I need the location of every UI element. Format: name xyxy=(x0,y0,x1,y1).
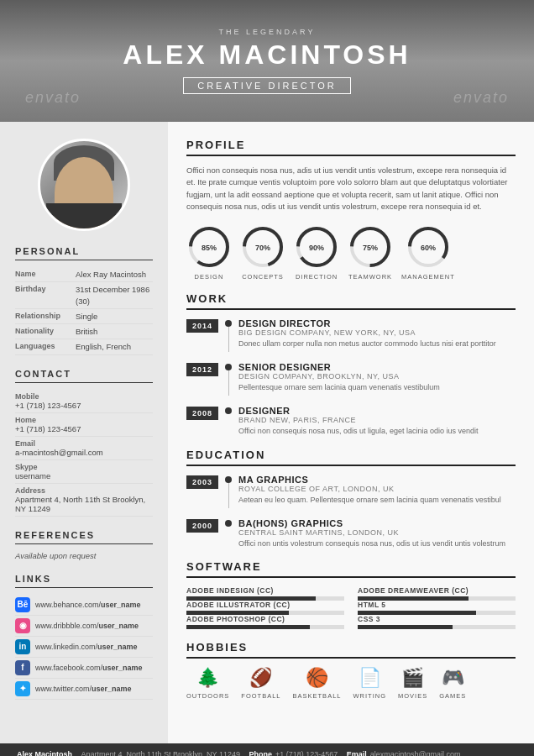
timeline-line xyxy=(228,483,229,508)
skill-label: DESIGN xyxy=(195,273,224,281)
hobby-icon: 📄 xyxy=(359,667,381,689)
timeline-dot xyxy=(225,364,232,370)
timeline-company: BIG DESIGN COMPANY, NEW YORK, NY, USA xyxy=(238,328,496,337)
link-item-dribbble[interactable]: ◉www.dribbble.com/user_name xyxy=(15,616,153,637)
timeline-entry: 2008 DESIGNER BRAND NEW, PARIS, FRANCE O… xyxy=(186,406,516,437)
work-title: WORK xyxy=(186,292,516,310)
hobby-label: OUTDOORS xyxy=(186,692,229,700)
skill-circle-svg: 60% xyxy=(406,224,451,270)
timeline-line xyxy=(228,327,229,352)
left-column: PERSONAL NameAlex Ray MacintoshBirthday3… xyxy=(0,122,168,743)
contact-label: Email xyxy=(15,439,153,448)
hobby-label: WRITING xyxy=(353,692,386,700)
timeline-content: SENIOR DESIGNER DESIGN COMPANY, BROOKLYN… xyxy=(238,362,440,393)
footer-email: alexmacintosh@gmail.com xyxy=(370,750,461,756)
timeline-desc: Offici non untis volestrum consequis nos… xyxy=(238,538,505,549)
link-text: www.facebook.com/user_name xyxy=(35,664,143,672)
link-item-facebook[interactable]: fwww.facebook.com/user_name xyxy=(15,658,153,679)
timeline-desc: Pellentesque ornare sem lacinia quam ven… xyxy=(238,382,440,393)
profile-title: PROFILE xyxy=(186,139,516,156)
svg-text:90%: 90% xyxy=(309,244,324,252)
skill-circle-svg: 70% xyxy=(240,224,285,270)
hobby-label: MOVIES xyxy=(398,692,427,700)
contact-label: Skype xyxy=(15,463,153,471)
personal-row: Birthday31st December 1986 (30) xyxy=(15,282,153,309)
skill-teamwork: 75% TEAMWORK xyxy=(348,224,393,281)
hobby-football: 🏈 FOOTBALL xyxy=(241,667,280,700)
personal-label: Relationship xyxy=(15,308,76,323)
links-section-title: LINKS xyxy=(15,574,153,588)
hobbies-title: HOBBIES xyxy=(186,641,516,659)
timeline-dot-line xyxy=(225,406,232,414)
profile-text: Offici non consequis nosa nus, adis ut i… xyxy=(186,165,516,213)
skill-circle-svg: 75% xyxy=(348,224,393,270)
personal-table: NameAlex Ray MacintoshBirthday31st Decem… xyxy=(15,267,153,355)
skill-label: MANAGEMENT xyxy=(401,273,455,281)
timeline-dot xyxy=(225,520,232,527)
link-item-linkedin[interactable]: inwww.linkedin.com/user_name xyxy=(15,637,153,658)
facebook-icon: f xyxy=(15,660,30,675)
software-bar-fill xyxy=(358,625,453,629)
timeline-company: BRAND NEW, PARIS, FRANCE xyxy=(238,416,479,424)
timeline-desc: Offici non consequis nosa nus, odis ut l… xyxy=(238,426,479,437)
link-text: www.dribbble.com/user_name xyxy=(35,622,139,630)
watermark-right: envato xyxy=(453,89,509,107)
timeline-job-title: DESIGNER xyxy=(238,406,479,416)
contact-value: Apartment 4, North 11th St Brooklyn, NY … xyxy=(15,495,153,513)
personal-label: Nationality xyxy=(15,324,76,339)
skill-label: TEAMWORK xyxy=(348,273,392,281)
skill-circle-svg: 85% xyxy=(186,224,232,270)
personal-value: British xyxy=(76,324,153,339)
timeline-dot-line xyxy=(225,362,232,396)
link-item-twitter[interactable]: ✦www.twitter.com/user_name xyxy=(15,679,153,700)
link-item-behance[interactable]: Bēwww.behance.com/user_name xyxy=(15,595,153,616)
timeline-dot-line xyxy=(225,475,232,508)
hobby-icon: 🎬 xyxy=(401,667,424,689)
contact-list: Mobile+1 (718) 123-4567Home+1 (718) 123-… xyxy=(15,390,153,517)
skills-row: 85% DESIGN 70% CONCEPTS 90% DIRECTION 75… xyxy=(186,224,516,281)
watermark-left: envato xyxy=(25,89,81,107)
contact-value: +1 (718) 123-4567 xyxy=(15,401,153,410)
year-box: 2008 xyxy=(186,407,218,420)
personal-label: Name xyxy=(15,267,76,282)
contact-value: username xyxy=(15,471,153,480)
hobby-outdoors: 🌲 OUTDOORS xyxy=(186,667,229,700)
skill-direction: 90% DIRECTION xyxy=(294,224,339,281)
software-title: SOFTWARE xyxy=(186,560,516,578)
software-bar-bg xyxy=(186,625,344,629)
timeline-content: MA GRAPHICS ROYAL COLLEGE OF ART, LONDON… xyxy=(238,475,501,506)
timeline-content: DESIGNER BRAND NEW, PARIS, FRANCE Offici… xyxy=(238,406,479,437)
software-name: ADOBE ILLUSTRATOR (CC) xyxy=(186,601,344,609)
footer-phone: +1 (718) 123-4567 xyxy=(275,750,338,756)
timeline-dot-line xyxy=(225,518,232,527)
timeline-entry: 2014 DESIGN DIRECTOR BIG DESIGN COMPANY,… xyxy=(186,318,516,352)
references-text: Available upon request xyxy=(15,551,153,560)
timeline-desc: Donec ullam corper nulla non metus aucto… xyxy=(238,339,496,349)
contact-label: Address xyxy=(15,486,153,495)
avatar-shirt xyxy=(46,203,122,228)
contact-value: a-macintosh@gmail.com xyxy=(15,448,153,457)
footer-address: Apartment 4, North 11th St Brooklyn, NY … xyxy=(81,750,240,756)
hobbies-row: 🌲 OUTDOORS 🏈 FOOTBALL 🏀 BASKETBALL 📄 WRI… xyxy=(186,667,516,700)
timeline-job-title: MA GRAPHICS xyxy=(238,475,501,485)
personal-value: Single xyxy=(76,308,153,323)
skill-label: CONCEPTS xyxy=(242,273,284,281)
contact-item: Mobile+1 (718) 123-4567 xyxy=(15,390,153,413)
skill-label: DIRECTION xyxy=(296,273,338,281)
timeline-job-title: SENIOR DESIGNER xyxy=(238,362,440,372)
personal-value: 31st December 1986 (30) xyxy=(76,282,153,309)
timeline-dot xyxy=(225,320,232,327)
year-box: 2012 xyxy=(186,363,218,376)
software-col-left: ADOBE INDESIGN (CC) ADOBE ILLUSTRATOR (C… xyxy=(186,586,344,629)
header-title-box: CREATIVE DIRECTOR xyxy=(183,77,351,94)
timeline-dot-line xyxy=(225,318,232,352)
hobby-icon: 🌲 xyxy=(196,667,219,689)
link-text: www.behance.com/user_name xyxy=(35,601,141,609)
year-box: 2003 xyxy=(186,475,218,489)
twitter-icon: ✦ xyxy=(15,681,30,696)
linkedin-icon: in xyxy=(15,639,30,654)
svg-text:85%: 85% xyxy=(202,244,217,252)
personal-row: NationalityBritish xyxy=(15,324,153,339)
skill-design: 85% DESIGN xyxy=(186,224,232,281)
timeline-entry: 2012 SENIOR DESIGNER DESIGN COMPANY, BRO… xyxy=(186,362,516,396)
